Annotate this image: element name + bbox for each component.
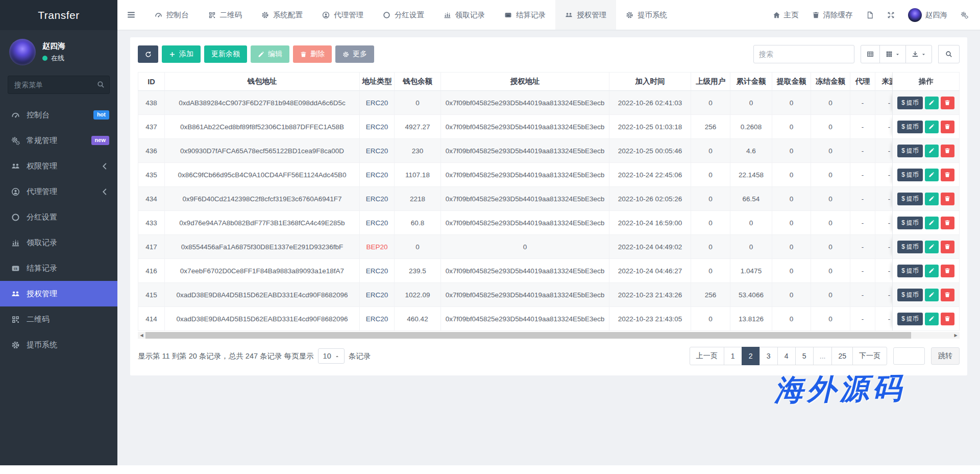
trash-icon <box>944 172 950 178</box>
cell-frozen-amount: 0 <box>811 307 850 331</box>
cell-wallet-address: 0x9d76e94A7A8b082BdF77F3B1E368fCA4c49E28… <box>165 211 360 235</box>
withdraw-button[interactable]: $提币 <box>897 193 923 205</box>
sidebar-item-二维码[interactable]: 二维码 <box>0 306 117 332</box>
edit-row-button[interactable] <box>925 313 939 325</box>
sidebar-search-input[interactable] <box>8 76 110 94</box>
cell-total-amount: 1.0475 <box>730 259 772 283</box>
topnav-item-代理管理[interactable]: 代理管理 <box>312 0 373 30</box>
sidebar-item-代理管理[interactable]: 代理管理 <box>0 179 117 204</box>
update-balance-button[interactable]: 更新余额 <box>204 45 247 63</box>
page-button-25[interactable]: 25 <box>831 347 853 365</box>
user-name: 赵四海 <box>42 41 65 51</box>
edit-row-button[interactable] <box>925 145 939 157</box>
view-options-group <box>861 45 932 63</box>
withdraw-button[interactable]: $提币 <box>897 313 923 325</box>
edit-row-button[interactable] <box>925 193 939 205</box>
sidebar-toggle-button[interactable] <box>117 0 145 30</box>
more-button[interactable]: 更多 <box>335 45 374 63</box>
fullscreen-button[interactable] <box>880 0 901 30</box>
next-page-button[interactable]: 下一页 <box>852 347 887 365</box>
scroll-right-arrow[interactable]: ▶ <box>952 332 960 339</box>
docs-link[interactable] <box>860 0 880 30</box>
delete-row-button[interactable] <box>941 241 954 253</box>
topnav-item-二维码[interactable]: 二维码 <box>199 0 252 30</box>
delete-row-button[interactable] <box>941 121 954 133</box>
scrollbar-thumb[interactable] <box>145 332 911 339</box>
cell-wallet-address: 0xB861Ab22Ced8bf89f8f52306C1b887DFFEC1A5… <box>165 115 360 139</box>
edit-row-button[interactable] <box>925 97 939 109</box>
caret-up-icon <box>335 354 339 359</box>
withdraw-button[interactable]: $提币 <box>897 217 923 229</box>
page-button-4[interactable]: 4 <box>777 347 796 365</box>
user-menu[interactable]: 赵四海 <box>901 0 954 30</box>
edit-row-button[interactable] <box>925 169 939 181</box>
table-search-input[interactable] <box>753 45 854 63</box>
topnav-item-系统配置[interactable]: 系统配置 <box>252 0 312 30</box>
settings-menu[interactable] <box>954 0 975 30</box>
edit-row-button[interactable] <box>925 241 939 253</box>
cell-join-time: 2022-10-24 22:45:06 <box>609 163 691 187</box>
edit-row-button[interactable] <box>925 217 939 229</box>
page-jump-input[interactable] <box>893 347 925 365</box>
topnav-item-控制台[interactable]: 控制台 <box>145 0 199 30</box>
topnav-item-领取记录[interactable]: 领取记录 <box>434 0 495 30</box>
refresh-button[interactable] <box>138 45 158 63</box>
home-link[interactable]: 主页 <box>766 0 805 30</box>
withdraw-button[interactable]: $提币 <box>897 145 923 157</box>
sidebar-item-结算记录[interactable]: cs结算记录 <box>0 255 117 281</box>
delete-row-button[interactable] <box>941 193 954 205</box>
gear-icon <box>261 11 269 19</box>
withdraw-button[interactable]: $提币 <box>897 121 923 133</box>
topnav-item-授权管理[interactable]: 授权管理 <box>555 0 616 30</box>
table-row: 4340x9F6D40Cd2142398C2f8cfcf319E3c6760A6… <box>138 187 960 211</box>
sidebar-item-label: 二维码 <box>27 315 50 324</box>
export-button[interactable] <box>905 45 932 63</box>
sidebar-item-提币系统[interactable]: 提币系统 <box>0 332 117 358</box>
edit-row-button[interactable] <box>925 121 939 133</box>
page-button-2[interactable]: 2 <box>742 347 760 365</box>
edit-row-button[interactable] <box>925 289 939 301</box>
withdraw-button[interactable]: $提币 <box>897 241 923 253</box>
scroll-left-arrow[interactable]: ◀ <box>138 332 145 339</box>
sidebar-item-控制台[interactable]: 控制台hot <box>0 102 117 128</box>
delete-row-button[interactable] <box>941 97 954 109</box>
delete-row-button[interactable] <box>941 313 954 325</box>
sidebar-item-权限管理[interactable]: 权限管理 <box>0 153 117 179</box>
sidebar-item-领取记录[interactable]: 领取记录 <box>0 230 117 255</box>
cell-withdraw-amount: 0 <box>772 235 811 259</box>
trash-icon <box>944 100 950 106</box>
table-row: 4160x7eebF6702D0Ce8FF1F84Ba9883a89093a1e… <box>138 259 960 283</box>
horizontal-scrollbar[interactable]: ◀ ▶ <box>138 332 960 339</box>
withdraw-button[interactable]: $提币 <box>897 169 923 181</box>
withdraw-button[interactable]: $提币 <box>897 265 923 277</box>
delete-row-button[interactable] <box>941 217 954 229</box>
columns-button[interactable] <box>879 45 906 63</box>
prev-page-button[interactable]: 上一页 <box>690 347 724 365</box>
page-button-1[interactable]: 1 <box>724 347 742 365</box>
sidebar-item-常规管理[interactable]: 常规管理new <box>0 128 117 153</box>
advanced-search-button[interactable] <box>938 45 960 63</box>
sidebar-item-分红设置[interactable]: 分红设置 <box>0 204 117 230</box>
delete-button[interactable]: 删除 <box>293 45 332 63</box>
topnav-item-提币系统[interactable]: 提币系统 <box>616 0 677 30</box>
page-button-5[interactable]: 5 <box>795 347 814 365</box>
edit-row-button[interactable] <box>925 265 939 277</box>
cell-frozen-amount: 0 <box>811 235 850 259</box>
delete-row-button[interactable] <box>941 145 954 157</box>
cell-wallet-address: 0xdAB389284cC9073F6D27F81b948E098ddA6c6D… <box>165 91 360 115</box>
toggle-view-button[interactable] <box>861 45 880 63</box>
topnav-item-分红设置[interactable]: 分红设置 <box>373 0 434 30</box>
delete-row-button[interactable] <box>941 265 954 277</box>
clear-cache-link[interactable]: 清除缓存 <box>805 0 860 30</box>
delete-row-button[interactable] <box>941 169 954 181</box>
page-button-3[interactable]: 3 <box>760 347 778 365</box>
withdraw-button[interactable]: $提币 <box>897 289 923 301</box>
delete-row-button[interactable] <box>941 289 954 301</box>
topnav-item-结算记录[interactable]: cs结算记录 <box>495 0 555 30</box>
edit-button[interactable]: 编辑 <box>251 45 289 63</box>
page-jump-button[interactable]: 跳转 <box>931 347 960 365</box>
add-button[interactable]: 添加 <box>162 45 201 63</box>
sidebar-item-授权管理[interactable]: 授权管理 <box>0 281 117 306</box>
page-size-select[interactable]: 10 <box>318 348 345 364</box>
withdraw-button[interactable]: $提币 <box>897 97 923 109</box>
